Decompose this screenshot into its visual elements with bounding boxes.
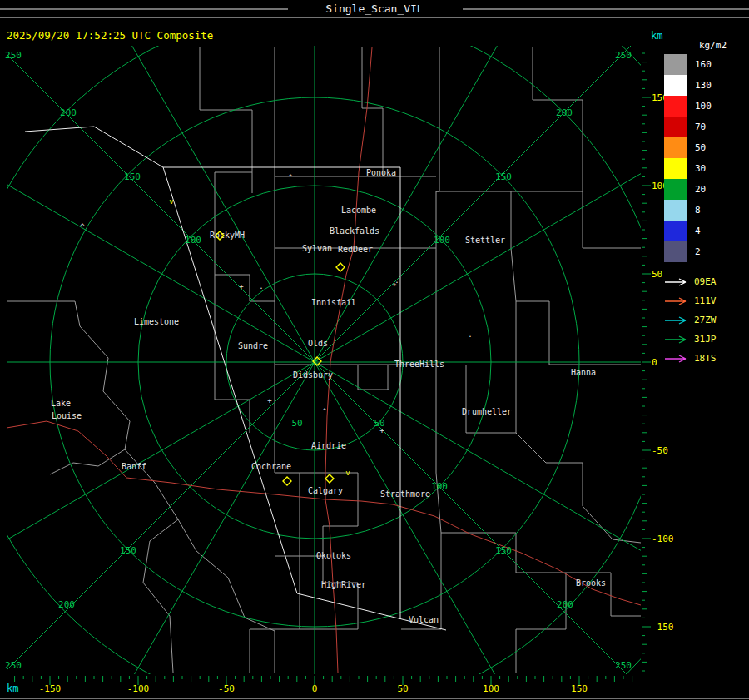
legend-entry: 2 — [664, 241, 749, 262]
county-boundary — [436, 191, 516, 365]
county-boundary — [50, 449, 125, 474]
axis-label-right: -100 — [652, 534, 674, 544]
legend-value: 4 — [695, 226, 701, 236]
county-boundary — [466, 365, 516, 433]
track-arrow-icon — [664, 315, 692, 325]
city-label: HighRiver — [321, 580, 366, 589]
legend-swatch — [664, 117, 687, 137]
city-label: Lake — [51, 399, 71, 408]
range-ring — [0, 0, 749, 700]
city-label: Blackfalds — [330, 226, 379, 236]
legend-entry: 8 — [664, 200, 749, 221]
city-label: Brooks — [576, 578, 606, 588]
range-label: 100 — [185, 235, 201, 246]
azimuth-line — [0, 0, 315, 362]
azimuth-line — [0, 362, 315, 700]
radar-site-marker — [325, 474, 334, 483]
range-label: 250 — [5, 660, 22, 671]
range-label: 250 — [5, 50, 22, 61]
axis-label-right: -150 — [652, 622, 674, 633]
station-id: 111V — [694, 295, 717, 306]
legend-value: 70 — [695, 122, 706, 132]
legend-swatch — [664, 54, 687, 75]
legend-value: 50 — [695, 142, 706, 153]
city-label: Louise — [52, 411, 82, 420]
city-label: Cochrane — [251, 462, 291, 471]
legend-entry: 100 — [664, 96, 749, 117]
map-symbol: v — [169, 197, 173, 206]
track-arrow-icon — [664, 354, 692, 364]
city-label: Limestone — [134, 317, 179, 326]
scan-area-outline — [163, 167, 446, 630]
city-label: Calgary — [308, 486, 343, 495]
city-label: Lacombe — [341, 206, 376, 215]
city-label: Okotoks — [316, 551, 351, 560]
map-layers — [0, 0, 749, 700]
axis-label-right: -50 — [652, 445, 668, 456]
legend-value: 20 — [695, 184, 706, 195]
legend-swatch — [664, 221, 687, 241]
range-label: 100 — [434, 235, 450, 246]
range-label: 250 — [615, 50, 632, 61]
city-label: Strathmore — [380, 489, 430, 499]
legend-value: 160 — [695, 59, 712, 70]
county-boundary — [215, 275, 275, 301]
track-arrow-icon — [664, 277, 692, 287]
map-symbol: . — [259, 282, 263, 290]
county-boundary — [300, 556, 358, 629]
city-label: Innisfail — [311, 298, 356, 307]
axis-label-right: 0 — [652, 357, 657, 368]
map-symbol: . — [394, 276, 399, 285]
city-label: Didsbury — [293, 370, 333, 380]
range-label: 200 — [556, 107, 573, 118]
legend-units: kg/m2 — [699, 40, 749, 51]
county-boundary — [215, 172, 252, 433]
legend-value: 30 — [695, 163, 706, 174]
range-label: 150 — [124, 171, 141, 182]
legend-swatch — [664, 241, 687, 262]
legend-color-scale: 16013010070503020842 — [664, 54, 749, 262]
axis-label-bottom: 0 — [312, 683, 318, 694]
legend-entry: 30 — [664, 158, 749, 179]
city-label: Sundre — [238, 341, 268, 350]
legend-value: 2 — [695, 246, 701, 257]
legend-swatch — [664, 179, 687, 200]
station-track-row: 31JP — [664, 330, 749, 349]
city-label: RockyMH — [210, 231, 245, 240]
legend-swatch — [664, 75, 687, 96]
map-symbol: + — [267, 396, 272, 405]
range-label: 100 — [431, 481, 448, 492]
station-id: 18TS — [694, 353, 717, 364]
legend-entry: 160 — [664, 54, 749, 75]
azimuth-line — [0, 0, 315, 362]
map-symbol: v — [345, 469, 350, 477]
station-track-row: 18TS — [664, 349, 749, 368]
station-track-row: 27ZW — [664, 310, 749, 330]
legend-entry: 4 — [664, 221, 749, 241]
map-symbol: + — [239, 282, 244, 290]
storm-track-legend: 09EA111V27ZW31JP18TS — [664, 272, 749, 368]
map-symbol: ^ — [80, 222, 85, 231]
map-symbol: + — [379, 426, 384, 434]
city-label: Banff — [122, 462, 146, 471]
county-boundary — [362, 47, 383, 176]
range-label: 50 — [291, 418, 302, 429]
city-label: Hanna — [571, 368, 596, 377]
track-arrow-icon — [664, 296, 692, 306]
city-label: Drumheller — [462, 407, 512, 416]
axis-label-right: 50 — [652, 269, 662, 280]
city-label: Vulcan — [409, 615, 439, 624]
station-id: 27ZW — [694, 315, 717, 325]
radar-site-marker — [336, 263, 345, 271]
station-id: 09EA — [694, 276, 717, 287]
range-label: 250 — [615, 660, 632, 671]
map-symbol: . — [468, 330, 472, 339]
county-boundary — [300, 473, 358, 556]
axis-unit-bottom: km — [7, 683, 18, 694]
legend-swatch — [664, 96, 687, 117]
legend-swatch — [664, 200, 687, 221]
track-arrow-icon — [664, 335, 692, 345]
radar-map-canvas[interactable]: Single_Scan_VIL 2025/09/20 17:52:25 UTC … — [0, 0, 749, 700]
axis-label-bottom: -100 — [127, 683, 150, 694]
radar-site-marker — [283, 477, 291, 485]
